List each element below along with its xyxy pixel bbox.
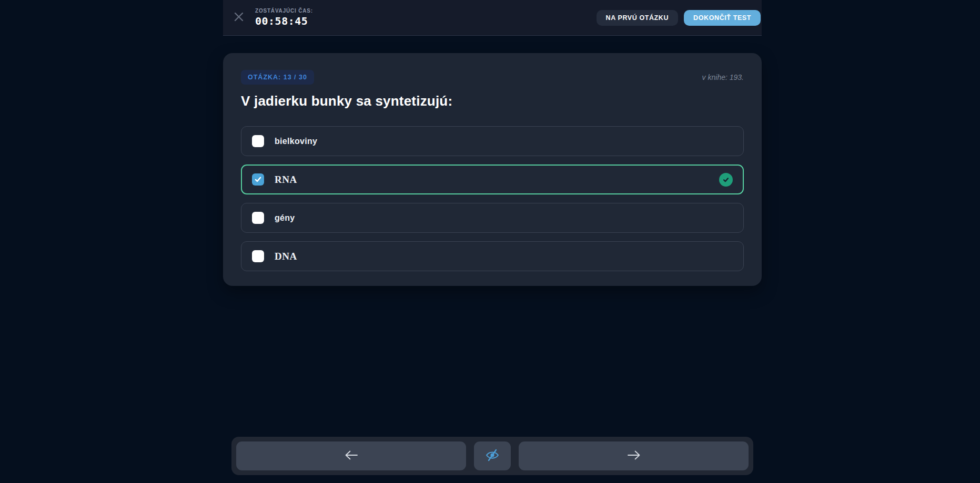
close-icon: [234, 12, 244, 24]
finish-test-button[interactable]: DOKONČIŤ TEST: [684, 10, 761, 26]
card-header: OTÁZKA: 13 / 30 v knihe: 193.: [241, 70, 744, 85]
previous-question-button[interactable]: [236, 441, 466, 470]
question-title: V jadierku bunky sa syntetizujú:: [241, 93, 744, 109]
correct-check-icon: [719, 173, 733, 187]
option-label: bielkoviny: [275, 137, 317, 146]
timer-label: ZOSTÁVAJÚCI ČAS:: [255, 8, 313, 14]
checkbox-icon[interactable]: [252, 212, 264, 224]
option-label: RNA: [275, 174, 297, 186]
hide-question-button[interactable]: [474, 441, 511, 470]
answer-option-geny[interactable]: gény: [241, 203, 744, 233]
checkbox-icon[interactable]: [252, 173, 264, 186]
top-bar: ZOSTÁVAJÚCI ČAS: 00:58:45 NA PRVÚ OTÁZKU…: [223, 0, 762, 36]
close-button[interactable]: [230, 9, 248, 27]
answer-options: bielkoviny RNA gény: [241, 126, 744, 271]
eye-off-icon: [486, 448, 499, 464]
answer-option-dna[interactable]: DNA: [241, 241, 744, 271]
remaining-time: ZOSTÁVAJÚCI ČAS: 00:58:45: [255, 8, 313, 27]
checkbox-icon[interactable]: [252, 135, 264, 147]
option-label: gény: [275, 213, 295, 223]
arrow-left-icon: [345, 450, 358, 462]
book-reference: v knihe: 193.: [702, 73, 744, 81]
question-card: OTÁZKA: 13 / 30 v knihe: 193. V jadierku…: [223, 53, 762, 286]
answer-option-rna[interactable]: RNA: [241, 165, 744, 194]
timer-value: 00:58:45: [255, 15, 313, 27]
answer-option-bielkoviny[interactable]: bielkoviny: [241, 126, 744, 156]
question-counter-badge: OTÁZKA: 13 / 30: [241, 70, 314, 85]
next-question-button[interactable]: [519, 441, 749, 470]
checkbox-icon[interactable]: [252, 250, 264, 262]
arrow-right-icon: [627, 450, 641, 462]
option-label: DNA: [275, 251, 297, 262]
navigation-bar: [231, 437, 753, 475]
to-first-question-button[interactable]: NA PRVÚ OTÁZKU: [597, 10, 679, 26]
